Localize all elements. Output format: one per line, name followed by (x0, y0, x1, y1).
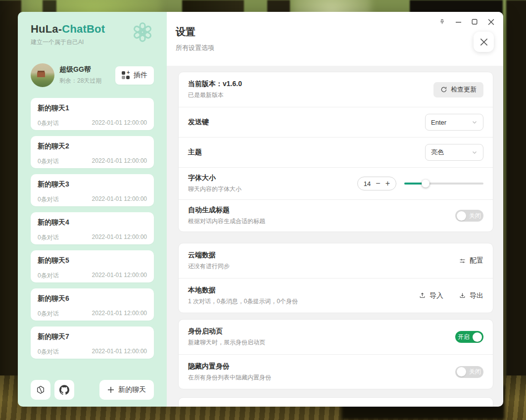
version-text: 当前版本：v1.6.0 已是最新版本 (188, 80, 242, 99)
mask-splash-label: 身份启动页 (188, 327, 265, 336)
profile-expiry: 剩余：28天过期 (59, 77, 101, 85)
decrease-font-button[interactable]: − (376, 180, 380, 187)
tune-icon (459, 257, 466, 265)
local-data-row: 本地数据 1 次对话，0条消息，0条提示词，0个身份 导入 (179, 278, 493, 313)
chat-count: 0条对话 (38, 310, 59, 318)
minimize-button[interactable] (452, 15, 465, 28)
general-settings-card: 当前版本：v1.6.0 已是最新版本 检查更新 发送键 Enter (178, 72, 493, 232)
chat-count: 0条对话 (38, 195, 59, 204)
toggle-label: 关闭 (469, 212, 481, 220)
hide-builtin-row: 隐藏内置身份 在所有身份列表中隐藏内置身份 关闭 (179, 354, 493, 389)
chat-count: 0条对话 (38, 157, 59, 166)
maximize-button[interactable] (468, 15, 481, 28)
pin-window-button[interactable] (435, 15, 448, 28)
font-size-stepper[interactable]: 14 − + (357, 177, 396, 190)
theme-row: 主题 亮色 (179, 137, 493, 167)
avatar[interactable] (31, 63, 54, 87)
chat-time: 2022-01-01 12:00:00 (92, 233, 147, 242)
app-subtitle: 建立一个属于自己AI (31, 38, 105, 47)
import-button[interactable]: 导入 (419, 291, 443, 300)
local-data-desc: 1 次对话，0条消息，0条提示词，0个身份 (188, 297, 298, 306)
auto-title-text: 自动生成标题 根据对话内容生成合适的标题 (188, 206, 265, 226)
github-button[interactable] (54, 380, 74, 400)
auto-title-label: 自动生成标题 (188, 206, 265, 215)
export-button[interactable]: 导出 (459, 291, 483, 300)
auto-title-toggle[interactable]: 关闭 (455, 210, 483, 222)
close-settings-button[interactable] (474, 32, 494, 52)
chat-meta: 0条对话2022-01-01 12:00:00 (38, 195, 147, 204)
new-chat-button[interactable]: 新的聊天 (99, 380, 154, 400)
chevron-down-icon (472, 149, 478, 155)
app-title: HuLa-ChatBot (31, 23, 105, 36)
plugin-button[interactable]: + 插件 (115, 66, 154, 85)
font-size-row: 字体大小 聊天内容的字体大小 14 − + (179, 167, 493, 199)
chat-list-item[interactable]: 新的聊天2 0条对话2022-01-01 12:00:00 (31, 136, 154, 168)
chat-meta: 0条对话2022-01-01 12:00:00 (38, 272, 147, 280)
chat-meta: 0条对话2022-01-01 12:00:00 (38, 233, 147, 242)
chat-title: 新的聊天5 (38, 256, 147, 265)
chat-list-item[interactable]: 新的聊天6 0条对话2022-01-01 12:00:00 (31, 288, 154, 321)
chat-list-item[interactable]: 新的聊天1 0条对话2022-01-01 12:00:00 (31, 98, 154, 130)
prompt-settings-card: 禁用提示词自动补全 关闭 (178, 397, 493, 407)
plugin-icon: + (122, 71, 130, 79)
hide-builtin-label: 隐藏内置身份 (188, 362, 271, 371)
mask-splash-row: 身份启动页 新建聊天时，展示身份启动页 开启 (179, 320, 493, 354)
github-icon (59, 385, 69, 395)
chat-list-item[interactable]: 新的聊天4 0条对话2022-01-01 12:00:00 (31, 212, 154, 244)
chat-list-item[interactable]: 新的聊天7 0条对话2022-01-01 12:00:00 (31, 327, 154, 359)
chat-time: 2022-01-01 12:00:00 (92, 348, 147, 356)
chat-count: 0条对话 (38, 119, 59, 128)
send-key-select[interactable]: Enter (425, 114, 483, 131)
import-label: 导入 (430, 291, 443, 300)
chat-list: 新的聊天1 0条对话2022-01-01 12:00:00 新的聊天2 0条对话… (31, 98, 154, 365)
mask-settings-card: 身份启动页 新建聊天时，展示身份启动页 开启 隐藏内置身份 在所有身份列表中隐藏… (178, 319, 493, 389)
chat-meta: 0条对话2022-01-01 12:00:00 (38, 310, 147, 318)
toggle-label: 开启 (458, 333, 470, 341)
hide-builtin-text: 隐藏内置身份 在所有身份列表中隐藏内置身份 (188, 362, 271, 382)
tree-trunk (506, 0, 526, 420)
settings-hexagon-button[interactable] (31, 380, 50, 400)
chat-list-item[interactable]: 新的聊天5 0条对话2022-01-01 12:00:00 (31, 250, 154, 282)
increase-font-button[interactable]: + (385, 180, 390, 187)
chat-time: 2022-01-01 12:00:00 (92, 272, 147, 280)
theme-select[interactable]: 亮色 (425, 144, 483, 161)
font-size-value: 14 (364, 180, 371, 187)
chevron-down-icon (472, 119, 478, 125)
cloud-data-label: 云端数据 (188, 251, 230, 260)
chat-time: 2022-01-01 12:00:00 (92, 157, 147, 166)
download-icon (459, 292, 466, 299)
close-icon (480, 38, 488, 46)
app-title-accent: ChatBot (62, 23, 105, 35)
chat-title: 新的聊天6 (38, 294, 147, 303)
font-size-slider[interactable] (404, 183, 483, 185)
profile-name: 超级GG帮 (59, 65, 101, 74)
font-size-text: 字体大小 聊天内容的字体大小 (188, 174, 241, 193)
chat-meta: 0条对话2022-01-01 12:00:00 (38, 119, 147, 128)
theme-value: 亮色 (431, 148, 444, 157)
close-window-button[interactable] (484, 15, 497, 28)
slider-knob[interactable] (422, 180, 430, 187)
hide-builtin-toggle[interactable]: 关闭 (455, 366, 483, 378)
settings-content: 当前版本：v1.6.0 已是最新版本 检查更新 发送键 Enter (167, 66, 503, 407)
chat-title: 新的聊天4 (38, 218, 147, 227)
chat-title: 新的聊天1 (38, 104, 147, 113)
toggle-knob (473, 332, 482, 342)
pin-icon (439, 19, 445, 25)
sidebar: HuLa-ChatBot 建立一个属于自己AI 超级GG帮 剩余：28天过期 (18, 12, 167, 407)
toggle-knob (457, 211, 466, 221)
mask-splash-desc: 新建聊天时，展示身份启动页 (188, 338, 265, 347)
cloud-config-button[interactable]: 配置 (459, 256, 483, 265)
page-subtitle: 所有设置选项 (176, 44, 503, 52)
cloud-data-row: 云端数据 还没有进行同步 配置 (179, 243, 493, 278)
version-label: 当前版本：v1.6.0 (188, 80, 242, 89)
check-update-button[interactable]: 检查更新 (433, 82, 483, 97)
cloud-data-desc: 还没有进行同步 (188, 262, 230, 271)
app-window: HuLa-ChatBot 建立一个属于自己AI 超级GG帮 剩余：28天过期 (18, 12, 503, 407)
chat-list-item[interactable]: 新的聊天3 0条对话2022-01-01 12:00:00 (31, 174, 154, 206)
font-size-widgets: 14 − + (357, 177, 483, 190)
sidebar-footer: 新的聊天 (31, 380, 154, 400)
brand-header: HuLa-ChatBot 建立一个属于自己AI (31, 23, 154, 47)
chat-time: 2022-01-01 12:00:00 (92, 119, 147, 128)
chat-title: 新的聊天7 (38, 332, 147, 341)
mask-splash-toggle[interactable]: 开启 (455, 331, 483, 343)
